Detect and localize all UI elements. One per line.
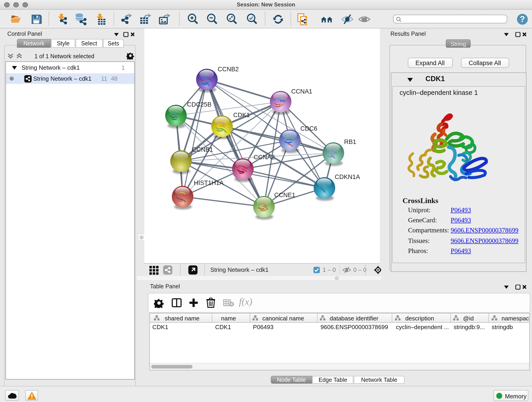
svg-text:CCNB1: CCNB1 <box>192 146 213 153</box>
svg-text:?: ? <box>520 14 525 24</box>
svg-text:CDC25B: CDC25B <box>187 101 211 108</box>
svg-text:CDK1: CDK1 <box>233 111 250 119</box>
svg-text:CCNB2: CCNB2 <box>218 65 239 73</box>
svg-text:CCNA1: CCNA1 <box>291 88 312 95</box>
svg-text:RB1: RB1 <box>344 138 356 145</box>
svg-text:CCNE1: CCNE1 <box>274 191 295 198</box>
svg-text:CDKN1A: CDKN1A <box>335 173 360 180</box>
svg-text:HIST1H1A: HIST1H1A <box>194 179 224 186</box>
svg-text:CCNA2: CCNA2 <box>254 153 275 161</box>
svg-text:CDC6: CDC6 <box>300 125 317 132</box>
